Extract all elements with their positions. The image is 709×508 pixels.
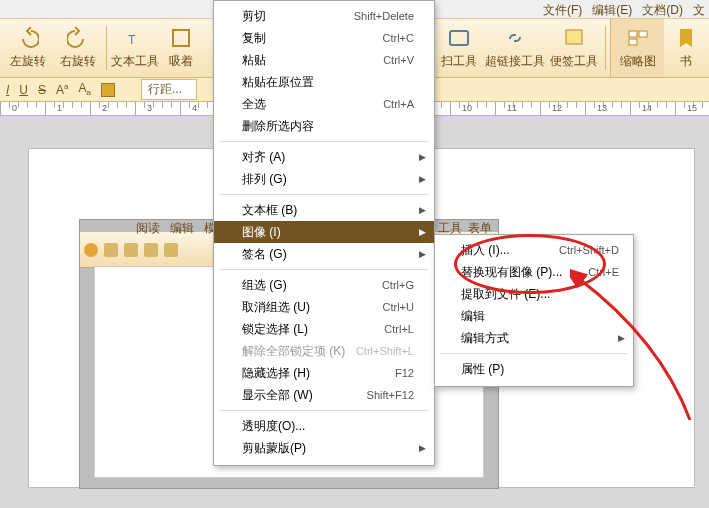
svg-rect-3 bbox=[566, 30, 582, 44]
sub-edit-mode[interactable]: 编辑方式▶ bbox=[435, 327, 633, 349]
ctx-cut[interactable]: 剪切Shift+Delete bbox=[214, 5, 434, 27]
tool-label: 缩略图 bbox=[620, 53, 656, 70]
tool-label: 左旋转 bbox=[10, 53, 46, 70]
tool-label: 吸着 bbox=[169, 53, 193, 70]
ctx-unlock: 解除全部锁定项 (K)Ctrl+Shift+L bbox=[214, 340, 434, 362]
image-submenu: 插入 (I)...Ctrl+Shift+D 替换现有图像 (P)...Ctrl+… bbox=[434, 234, 634, 387]
menu-file[interactable]: 文件(F) bbox=[543, 2, 582, 19]
form-tool[interactable]: 扫工具 bbox=[435, 19, 483, 77]
text-tool[interactable]: T 文本工具 bbox=[111, 19, 159, 77]
tool-label: 右旋转 bbox=[60, 53, 96, 70]
book-icon bbox=[675, 27, 697, 49]
subscript-button[interactable]: Aa bbox=[79, 81, 91, 97]
svg-rect-6 bbox=[629, 39, 637, 45]
rotate-right-icon bbox=[67, 27, 89, 49]
hyperlink-tool[interactable]: 超链接工具 bbox=[485, 19, 545, 77]
ctx-group[interactable]: 组选 (G)Ctrl+G bbox=[214, 274, 434, 296]
tool-label: 便签工具 bbox=[550, 53, 598, 70]
emb-tab: 阅读 bbox=[136, 220, 160, 237]
ctx-lock[interactable]: 锁定选择 (L)Ctrl+L bbox=[214, 318, 434, 340]
ctx-clipping-mask[interactable]: 剪贴蒙版(P)▶ bbox=[214, 437, 434, 459]
line-spacing-dropdown[interactable]: 行距... bbox=[141, 79, 197, 100]
emb-tool bbox=[124, 243, 138, 257]
thumbnail-tool[interactable]: 缩略图 bbox=[610, 19, 664, 77]
svg-rect-1 bbox=[173, 30, 189, 46]
svg-text:T: T bbox=[128, 33, 136, 47]
emb-tool bbox=[144, 243, 158, 257]
sub-extract[interactable]: 提取到文件 (E)... bbox=[435, 283, 633, 305]
note-icon bbox=[563, 27, 585, 49]
italic-button[interactable]: I bbox=[6, 83, 9, 97]
divider bbox=[220, 410, 428, 411]
ctx-hide[interactable]: 隐藏选择 (H)F12 bbox=[214, 362, 434, 384]
color-picker[interactable] bbox=[101, 83, 115, 97]
strike-button[interactable]: S bbox=[38, 83, 46, 97]
snap-tool[interactable]: 吸着 bbox=[161, 19, 201, 77]
tool-label: 超链接工具 bbox=[485, 53, 545, 70]
menu-edit[interactable]: 编辑(E) bbox=[592, 2, 632, 19]
context-menu: 剪切Shift+Delete 复制Ctrl+C 粘贴Ctrl+V 粘贴在原位置 … bbox=[213, 0, 435, 466]
bookmark-tool[interactable]: 书 bbox=[666, 19, 706, 77]
ctx-select-all[interactable]: 全选Ctrl+A bbox=[214, 93, 434, 115]
ctx-delete-selection[interactable]: 删除所选内容 bbox=[214, 115, 434, 137]
ctx-opacity[interactable]: 透明度(O)... bbox=[214, 415, 434, 437]
emb-tool bbox=[84, 243, 98, 257]
ctx-copy[interactable]: 复制Ctrl+C bbox=[214, 27, 434, 49]
ctx-image[interactable]: 图像 (I)▶ bbox=[214, 221, 434, 243]
separator bbox=[605, 26, 606, 70]
form-icon bbox=[448, 27, 470, 49]
emb-tab: 编辑 bbox=[170, 220, 194, 237]
emb-tool bbox=[164, 243, 178, 257]
rotate-left-tool[interactable]: 左旋转 bbox=[4, 19, 52, 77]
divider bbox=[220, 194, 428, 195]
svg-rect-2 bbox=[450, 31, 468, 45]
menu-doc[interactable]: 文档(D) bbox=[642, 2, 683, 19]
emb-tool bbox=[104, 243, 118, 257]
rotate-left-icon bbox=[17, 27, 39, 49]
tool-label: 书 bbox=[680, 53, 692, 70]
thumbnail-icon bbox=[627, 27, 649, 49]
snap-icon bbox=[170, 27, 192, 49]
sub-insert[interactable]: 插入 (I)...Ctrl+Shift+D bbox=[435, 239, 633, 261]
tool-label: 扫工具 bbox=[441, 53, 477, 70]
divider bbox=[441, 353, 627, 354]
ctx-paste[interactable]: 粘贴Ctrl+V bbox=[214, 49, 434, 71]
note-tool[interactable]: 便签工具 bbox=[547, 19, 601, 77]
link-icon bbox=[504, 27, 526, 49]
divider bbox=[220, 269, 428, 270]
ctx-sign[interactable]: 签名 (G)▶ bbox=[214, 243, 434, 265]
rotate-right-tool[interactable]: 右旋转 bbox=[54, 19, 102, 77]
ctx-show-all[interactable]: 显示全部 (W)Shift+F12 bbox=[214, 384, 434, 406]
svg-rect-4 bbox=[629, 31, 637, 37]
divider bbox=[220, 141, 428, 142]
menu-more[interactable]: 文 bbox=[693, 2, 705, 19]
ctx-paste-in-place[interactable]: 粘贴在原位置 bbox=[214, 71, 434, 93]
ctx-ungroup[interactable]: 取消组选 (U)Ctrl+U bbox=[214, 296, 434, 318]
underline-button[interactable]: U bbox=[19, 83, 28, 97]
svg-rect-5 bbox=[639, 31, 647, 37]
sub-replace[interactable]: 替换现有图像 (P)...Ctrl+E bbox=[435, 261, 633, 283]
tool-label: 文本工具 bbox=[111, 53, 159, 70]
ctx-arrange[interactable]: 排列 (G)▶ bbox=[214, 168, 434, 190]
ctx-textbox[interactable]: 文本框 (B)▶ bbox=[214, 199, 434, 221]
ctx-align[interactable]: 对齐 (A)▶ bbox=[214, 146, 434, 168]
text-icon: T bbox=[124, 27, 146, 49]
superscript-button[interactable]: Aa bbox=[56, 82, 68, 97]
sub-edit[interactable]: 编辑 bbox=[435, 305, 633, 327]
sub-properties[interactable]: 属性 (P) bbox=[435, 358, 633, 380]
separator bbox=[106, 26, 107, 70]
